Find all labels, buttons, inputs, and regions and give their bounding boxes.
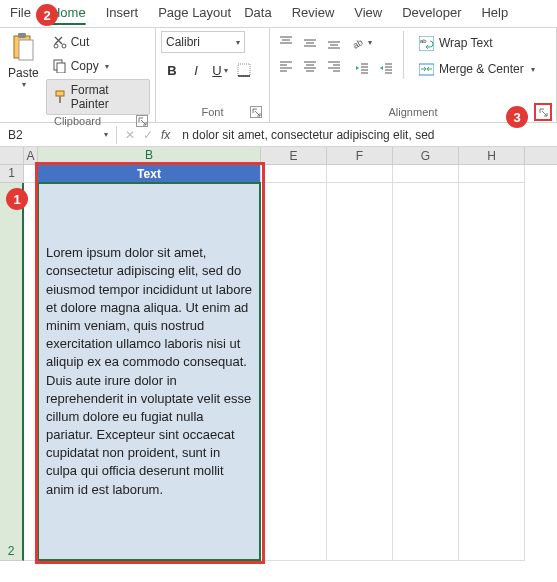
cell-G1[interactable] xyxy=(393,165,459,183)
worksheet: A B E F G H 1 2 Text Lorem ipsum dolor s… xyxy=(0,147,557,561)
format-painter-label: Format Painter xyxy=(71,83,143,111)
decrease-indent-button[interactable] xyxy=(351,57,373,79)
svg-rect-9 xyxy=(238,64,250,76)
col-header-H[interactable]: H xyxy=(459,147,525,164)
column-headers: A B E F G H xyxy=(0,147,557,165)
row-header-1[interactable]: 1 xyxy=(0,165,24,183)
tab-developer[interactable]: Developer xyxy=(392,0,471,27)
paste-label: Paste xyxy=(8,66,39,80)
svg-rect-6 xyxy=(57,63,65,73)
col-header-A[interactable]: A xyxy=(24,147,38,164)
tab-data[interactable]: Data xyxy=(234,0,281,27)
increase-indent-button[interactable] xyxy=(375,57,397,79)
tab-page-layout[interactable]: Page Layout xyxy=(148,0,241,27)
cell-G2[interactable] xyxy=(393,183,459,561)
chevron-down-icon: ▾ xyxy=(531,65,535,74)
svg-rect-8 xyxy=(59,96,61,103)
cell-F2[interactable] xyxy=(327,183,393,561)
format-painter-button[interactable]: Format Painter xyxy=(46,79,150,115)
ribbon-tabs: File Home Insert Page Layout Data Review… xyxy=(0,0,557,28)
group-clipboard: Paste ▾ Cut Copy ▾ xyxy=(0,28,156,122)
annotation-badge-2: 2 xyxy=(36,4,58,26)
align-left-button[interactable] xyxy=(275,55,297,77)
svg-text:ab: ab xyxy=(352,37,365,49)
underline-button[interactable]: U▾ xyxy=(209,59,231,81)
copy-button[interactable]: Copy ▾ xyxy=(46,55,150,77)
copy-label: Copy xyxy=(71,59,99,73)
cut-label: Cut xyxy=(71,35,90,49)
col-header-B[interactable]: B xyxy=(38,147,261,164)
merge-center-label: Merge & Center xyxy=(439,62,524,76)
scissors-icon xyxy=(53,35,67,49)
alignment-launcher[interactable] xyxy=(534,103,552,121)
merge-center-button[interactable]: Merge & Center ▾ xyxy=(413,57,541,81)
chevron-down-icon: ▾ xyxy=(22,80,26,89)
group-font: Calibri ▾ B I U▾ Font xyxy=(156,28,270,122)
copy-icon xyxy=(53,59,67,73)
italic-button[interactable]: I xyxy=(185,59,207,81)
paintbrush-icon xyxy=(53,90,67,104)
orientation-button[interactable]: ab▾ xyxy=(351,31,373,53)
svg-rect-7 xyxy=(56,91,64,96)
svg-text:ab: ab xyxy=(420,38,427,44)
paste-icon xyxy=(10,33,36,66)
formula-bar-content[interactable]: n dolor sit amet, consectetur adipiscing… xyxy=(178,126,557,144)
svg-point-4 xyxy=(62,44,66,48)
align-center-button[interactable] xyxy=(299,55,321,77)
tab-review[interactable]: Review xyxy=(282,0,345,27)
border-button[interactable] xyxy=(233,59,255,81)
font-name-value: Calibri xyxy=(166,35,200,49)
select-all-corner[interactable] xyxy=(0,147,24,164)
chevron-down-icon: ▾ xyxy=(236,38,240,47)
cell-B2-text: Lorem ipsum dolor sit amet, consectetur … xyxy=(46,244,252,499)
wrap-text-label: Wrap Text xyxy=(439,36,493,50)
cell-A1[interactable] xyxy=(24,165,38,183)
clipboard-launcher[interactable] xyxy=(136,115,148,127)
cell-B2[interactable]: Lorem ipsum dolor sit amet, consectetur … xyxy=(38,183,261,561)
svg-rect-2 xyxy=(19,40,33,60)
cell-E2[interactable] xyxy=(261,183,327,561)
col-header-G[interactable]: G xyxy=(393,147,459,164)
font-launcher[interactable] xyxy=(250,106,262,118)
annotation-badge-1: 1 xyxy=(6,188,28,210)
align-right-button[interactable] xyxy=(323,55,345,77)
col-header-E[interactable]: E xyxy=(261,147,327,164)
font-name-select[interactable]: Calibri ▾ xyxy=(161,31,245,53)
clipboard-group-label: Clipboard xyxy=(5,115,150,129)
svg-rect-1 xyxy=(18,33,26,38)
fx-button[interactable]: fx xyxy=(161,128,170,142)
cell-H1[interactable] xyxy=(459,165,525,183)
cell-E1[interactable] xyxy=(261,165,327,183)
tab-view[interactable]: View xyxy=(344,0,392,27)
align-top-button[interactable] xyxy=(275,31,297,53)
row-header-2[interactable]: 2 xyxy=(0,183,24,561)
tab-insert[interactable]: Insert xyxy=(96,0,149,27)
cell-H2[interactable] xyxy=(459,183,525,561)
cell-A2[interactable] xyxy=(24,183,38,561)
font-group-label: Font xyxy=(161,106,264,120)
paste-button[interactable]: Paste ▾ xyxy=(5,31,42,91)
bold-button[interactable]: B xyxy=(161,59,183,81)
col-header-F[interactable]: F xyxy=(327,147,393,164)
cell-B1[interactable]: Text xyxy=(38,165,261,183)
row-headers: 1 2 xyxy=(0,165,24,561)
cell-F1[interactable] xyxy=(327,165,393,183)
wrap-text-button[interactable]: ab Wrap Text xyxy=(413,31,541,55)
tab-help[interactable]: Help xyxy=(471,0,518,27)
align-bottom-button[interactable] xyxy=(323,31,345,53)
chevron-down-icon: ▾ xyxy=(105,62,109,71)
name-box-value: B2 xyxy=(8,128,23,142)
fx-enter-button[interactable]: ✓ xyxy=(143,128,153,142)
fx-cancel-button[interactable]: ✕ xyxy=(125,128,135,142)
align-middle-button[interactable] xyxy=(299,31,321,53)
annotation-badge-3: 3 xyxy=(506,106,528,128)
cut-button[interactable]: Cut xyxy=(46,31,150,53)
tab-file[interactable]: File xyxy=(0,0,41,27)
svg-point-3 xyxy=(54,44,58,48)
ribbon: Paste ▾ Cut Copy ▾ xyxy=(0,28,557,123)
chevron-down-icon: ▾ xyxy=(104,130,108,139)
